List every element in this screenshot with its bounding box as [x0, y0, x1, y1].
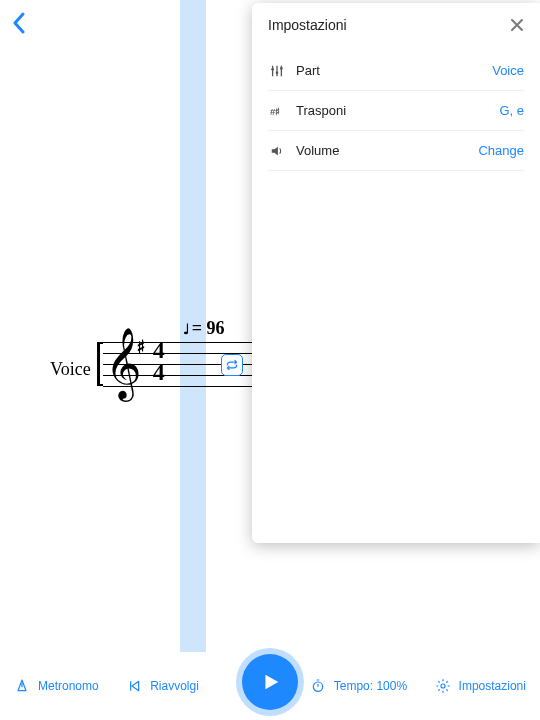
- settings-row-transpose[interactable]: #♯ Trasponi G, e: [268, 91, 524, 131]
- svg-point-5: [441, 684, 445, 688]
- tempo-button[interactable]: Tempo: 100%: [310, 678, 407, 694]
- row-label: Part: [296, 63, 320, 78]
- rewind-label: Riavvolgi: [150, 679, 199, 693]
- settings-row-volume[interactable]: Volume Change: [268, 131, 524, 171]
- loop-icon: [225, 358, 239, 372]
- tempo-mark: ♩= 96: [183, 318, 225, 339]
- tempo-equals: =: [192, 318, 207, 338]
- metronome-icon: [14, 678, 30, 694]
- part-label: Voice: [50, 359, 91, 380]
- sliders-icon: [268, 64, 286, 78]
- metronome-button[interactable]: Metronomo: [14, 678, 99, 694]
- svg-point-0: [271, 67, 274, 70]
- time-signature: 4 4: [153, 340, 165, 383]
- loop-marker[interactable]: [221, 354, 243, 376]
- svg-text:#♯: #♯: [270, 105, 280, 116]
- metronome-label: Metronomo: [38, 679, 99, 693]
- svg-point-2: [280, 67, 283, 70]
- sharp-icon: #♯: [268, 104, 286, 118]
- stopwatch-icon: [310, 678, 326, 694]
- system-bracket: [97, 342, 100, 386]
- row-label: Trasponi: [296, 103, 346, 118]
- row-value[interactable]: G, e: [499, 103, 524, 118]
- timesig-den: 4: [153, 362, 165, 384]
- quarter-note-icon: ♩: [183, 322, 190, 337]
- tempo-label: Tempo: 100%: [334, 679, 407, 693]
- row-label: Volume: [296, 143, 339, 158]
- play-button[interactable]: [242, 654, 298, 710]
- settings-label: Impostazioni: [459, 679, 526, 693]
- rewind-button[interactable]: Riavvolgi: [126, 678, 199, 694]
- close-button[interactable]: [510, 18, 524, 32]
- row-value[interactable]: Voice: [492, 63, 524, 78]
- row-value[interactable]: Change: [478, 143, 524, 158]
- panel-title: Impostazioni: [268, 17, 347, 33]
- settings-button[interactable]: Impostazioni: [435, 678, 526, 694]
- tempo-bpm: 96: [206, 318, 224, 338]
- settings-panel: Impostazioni Part Voice #♯ Trasponi G, e…: [252, 3, 540, 543]
- chevron-left-icon: [12, 12, 26, 34]
- rewind-icon: [126, 678, 142, 694]
- gear-icon: [435, 678, 451, 694]
- key-signature: ♯: [137, 336, 146, 358]
- svg-point-1: [276, 71, 279, 74]
- volume-icon: [268, 144, 286, 158]
- play-icon: [259, 671, 281, 693]
- close-icon: [510, 18, 524, 32]
- settings-row-part[interactable]: Part Voice: [268, 51, 524, 91]
- back-button[interactable]: [12, 12, 26, 34]
